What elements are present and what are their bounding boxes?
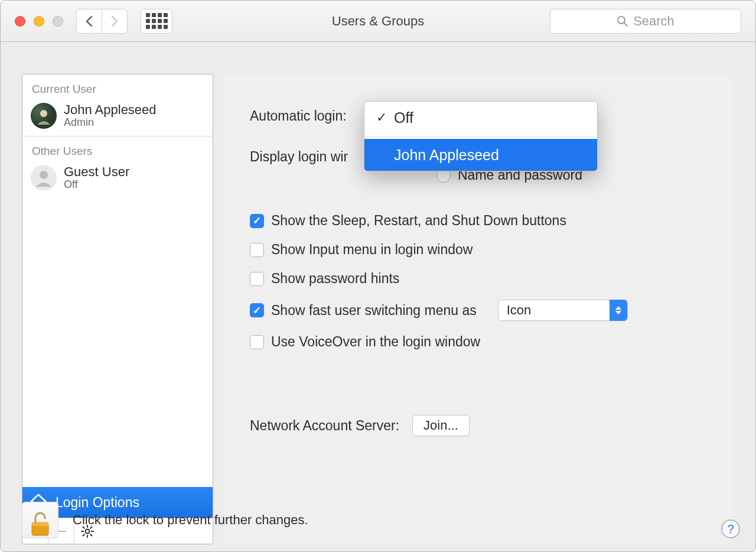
password-hints-label: Show password hints <box>271 271 399 287</box>
password-hints-checkbox[interactable] <box>250 272 264 286</box>
current-user-name: John Appleseed <box>64 103 157 116</box>
help-button[interactable]: ? <box>721 519 740 538</box>
preferences-window: Users & Groups Search Current User John … <box>0 0 756 552</box>
sleep-restart-checkbox[interactable] <box>250 214 264 228</box>
maximize-window-button <box>53 16 63 27</box>
titlebar: Users & Groups Search <box>1 1 755 42</box>
fast-user-checkbox[interactable] <box>250 303 264 317</box>
sidebar-item-guest-user[interactable]: Guest User Off <box>22 161 213 198</box>
dropdown-off-label: Off <box>394 109 413 126</box>
back-button[interactable] <box>76 9 102 34</box>
unlocked-lock-icon <box>28 509 52 538</box>
fast-user-select-value: Icon <box>507 303 601 318</box>
close-window-button[interactable] <box>15 16 25 27</box>
user-avatar <box>31 103 57 129</box>
guest-avatar <box>31 165 57 191</box>
dropdown-user-label: John Appleseed <box>394 147 499 164</box>
users-sidebar: Current User John Appleseed Admin Other … <box>22 74 213 544</box>
dropdown-item-user[interactable]: John Appleseed <box>364 139 597 171</box>
fast-user-label: Show fast user switching menu as <box>271 303 477 319</box>
check-icon: ✓ <box>375 110 388 125</box>
other-users-header: Other Users <box>22 137 213 161</box>
voiceover-label: Use VoiceOver in the login window <box>271 334 480 350</box>
fast-user-select[interactable]: Icon <box>498 300 628 321</box>
join-button[interactable]: Join... <box>412 415 470 436</box>
lock-row: Click the lock to prevent further change… <box>22 502 308 538</box>
traffic-lights <box>15 16 63 27</box>
updown-icon <box>610 300 627 321</box>
guest-user-status: Off <box>64 178 129 191</box>
dropdown-separator <box>364 136 597 137</box>
search-field[interactable]: Search <box>550 9 741 34</box>
lock-button[interactable] <box>22 502 58 538</box>
dropdown-item-off[interactable]: ✓ Off <box>364 102 597 134</box>
automatic-login-label: Automatic login: <box>250 108 347 124</box>
current-user-header: Current User <box>22 74 213 99</box>
nav-buttons <box>76 9 128 34</box>
search-icon <box>617 15 628 27</box>
show-all-button[interactable] <box>141 9 172 34</box>
lock-text: Click the lock to prevent further change… <box>73 512 308 528</box>
forward-button <box>102 9 128 34</box>
guest-user-name: Guest User <box>64 165 129 178</box>
display-login-label: Display login wir <box>250 149 348 165</box>
svg-point-2 <box>40 110 47 117</box>
svg-rect-14 <box>32 522 48 526</box>
svg-line-1 <box>624 23 627 26</box>
grid-icon <box>146 13 168 29</box>
svg-point-0 <box>618 17 625 24</box>
network-server-label: Network Account Server: <box>250 418 399 434</box>
sleep-restart-label: Show the Sleep, Restart, and Shut Down b… <box>271 213 566 229</box>
svg-point-3 <box>40 171 48 179</box>
voiceover-checkbox[interactable] <box>250 335 264 349</box>
search-placeholder: Search <box>633 14 674 29</box>
input-menu-checkbox[interactable] <box>250 243 264 257</box>
current-user-role: Admin <box>64 116 157 129</box>
sidebar-item-current-user[interactable]: John Appleseed Admin <box>22 99 213 136</box>
join-button-label: Join... <box>423 418 458 433</box>
automatic-login-dropdown[interactable]: ✓ Off John Appleseed <box>364 101 598 171</box>
minimize-window-button[interactable] <box>34 16 44 27</box>
help-icon: ? <box>727 522 734 536</box>
input-menu-label: Show Input menu in login window <box>271 242 472 258</box>
